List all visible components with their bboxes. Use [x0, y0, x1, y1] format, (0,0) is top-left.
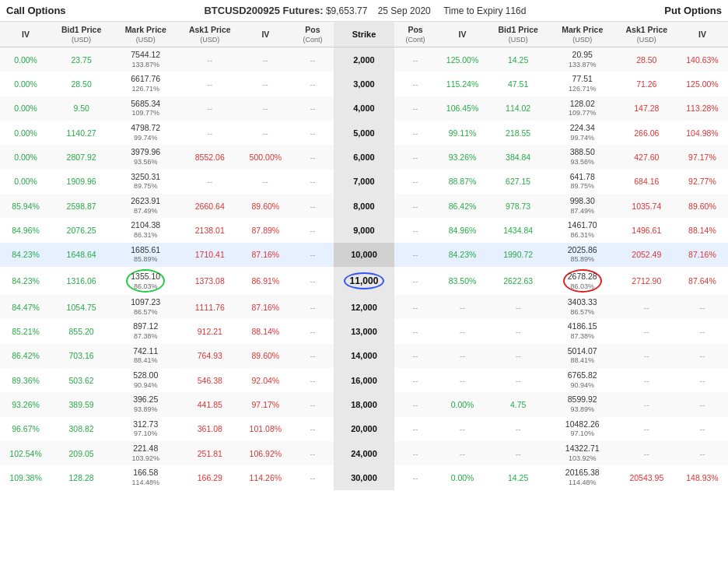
- column-headers: IV Bid1 Price(USD) Mark Price(USD) Ask1 …: [0, 22, 728, 47]
- put-options-label: Put Options: [664, 5, 722, 16]
- col-strike: Strike: [334, 22, 394, 47]
- strike-cell: 20,000: [334, 417, 394, 441]
- col-call-pos: Pos(Cont): [291, 22, 334, 47]
- table-row: 96.67%308.82312.7397.10%361.08101.08%--2…: [0, 417, 728, 441]
- col-put-bid1: Bid1 Price(USD): [488, 22, 548, 47]
- strike-cell: 30,000: [334, 465, 394, 489]
- table-row: 102.54%209.05221.48103.92%251.81106.92%-…: [0, 441, 728, 465]
- call-options-label: Call Options: [6, 5, 66, 16]
- col-call-ask1: Ask1 Price(USD): [180, 22, 240, 47]
- table-row: 0.00%28.506617.76126.71%------3,000--115…: [0, 72, 728, 96]
- col-put-mark: Mark Price(USD): [548, 22, 617, 47]
- table-row: 109.38%128.28166.58114.48%166.29114.26%-…: [0, 465, 728, 489]
- table-row: 84.96%2076.252104.3886.31%2138.0187.89%-…: [0, 218, 728, 242]
- strike-cell: 2,000: [334, 47, 394, 72]
- options-table: IV Bid1 Price(USD) Mark Price(USD) Ask1 …: [0, 22, 728, 490]
- futures-price: $9,653.77: [326, 5, 367, 16]
- table-row: 0.00%1140.274798.7299.74%------5,000--99…: [0, 121, 728, 145]
- futures-label: BTCUSD200925 Futures:: [204, 5, 323, 16]
- strike-cell: 10,000: [334, 243, 394, 267]
- table-row: 84.47%1054.751097.2386.57%1111.7687.16%-…: [0, 295, 728, 319]
- strike-cell: 5,000: [334, 121, 394, 145]
- strike-cell: 12,000: [334, 295, 394, 319]
- col-call-iv2: IV: [240, 22, 291, 47]
- expiry-label: Time to Expiry 116d: [443, 5, 526, 16]
- table-row: 85.94%2598.872623.9187.49%2660.6489.60%-…: [0, 194, 728, 218]
- table-row: 0.00%23.757544.12133.87%------2,000--125…: [0, 47, 728, 72]
- col-call-mark: Mark Price(USD): [111, 22, 180, 47]
- strike-cell: 7,000: [334, 170, 394, 194]
- col-put-pos: Pos(Cont): [394, 22, 437, 47]
- col-put-ask1: Ask1 Price(USD): [617, 22, 677, 47]
- table-row: 0.00%1909.963250.3189.75%------7,000--88…: [0, 170, 728, 194]
- table-row: 85.21%855.20897.1287.38%912.2188.14%--13…: [0, 319, 728, 343]
- header-bar: Call Options BTCUSD200925 Futures: $9,65…: [0, 0, 728, 22]
- futures-info: BTCUSD200925 Futures: $9,653.77 25 Sep 2…: [204, 5, 526, 16]
- table-row: 89.36%503.62528.0090.94%546.3892.04%--16…: [0, 368, 728, 392]
- table-row: 93.26%389.59396.2593.89%441.8597.17%--18…: [0, 392, 728, 416]
- strike-cell: 18,000: [334, 392, 394, 416]
- col-call-bid1: Bid1 Price(USD): [51, 22, 111, 47]
- strike-cell: 11,000: [334, 267, 394, 295]
- col-call-iv: IV: [0, 22, 51, 47]
- strike-cell: 24,000: [334, 441, 394, 465]
- strike-cell: 8,000: [334, 194, 394, 218]
- col-put-iv2: IV: [677, 22, 728, 47]
- table-row: 0.00%2807.923979.9693.56%8552.06500.00%-…: [0, 145, 728, 169]
- strike-cell: 6,000: [334, 145, 394, 169]
- strike-cell: 4,000: [334, 96, 394, 121]
- strike-cell: 3,000: [334, 72, 394, 96]
- table-row: 0.00%9.505685.34109.77%------4,000--106.…: [0, 96, 728, 121]
- strike-cell: 9,000: [334, 218, 394, 242]
- table-row: 84.23%1648.641685.6185.89%1710.4187.16%-…: [0, 243, 728, 267]
- table-row: 86.42%703.16742.1188.41%764.9389.60%--14…: [0, 344, 728, 368]
- strike-cell: 16,000: [334, 368, 394, 392]
- col-put-iv: IV: [437, 22, 488, 47]
- date-label: 25 Sep 2020: [378, 5, 431, 16]
- strike-cell: 14,000: [334, 344, 394, 368]
- table-row: 84.23%1316.061355.1086.03%1373.0886.91%-…: [0, 267, 728, 295]
- strike-cell: 13,000: [334, 319, 394, 343]
